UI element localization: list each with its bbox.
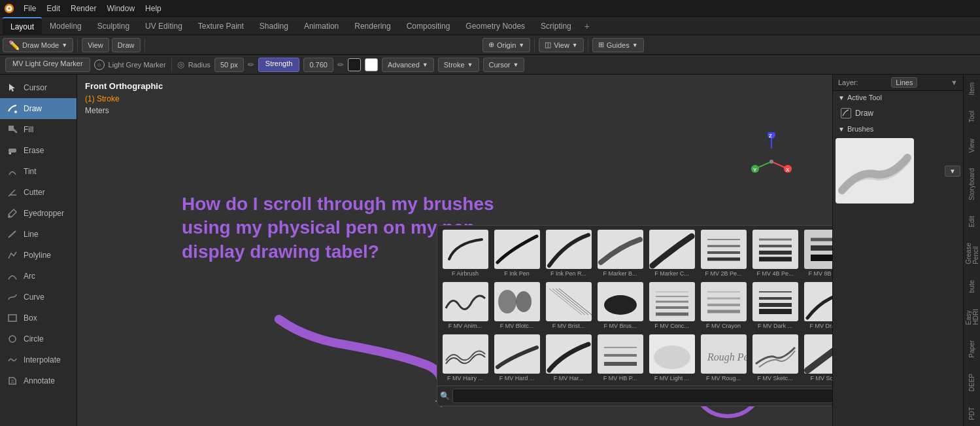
strip-tab-grease-pencil[interactable]: Grease Pencil (962, 238, 981, 270)
brush-search-input[interactable] (452, 389, 832, 403)
tab-uv-editing[interactable]: UV Editing (137, 17, 190, 35)
brush-item-markerc[interactable]: F Marker C... (647, 228, 697, 278)
menu-help[interactable]: Help (140, 3, 167, 14)
brush-item-mv4b[interactable]: F MV 4B Pe... (750, 228, 800, 278)
gizmo-container: Z X Y (749, 132, 794, 186)
strip-tab-view[interactable]: View (966, 133, 978, 158)
brushes-section[interactable]: ▼ Brushes (833, 122, 963, 135)
brush-item-markerb[interactable]: F Marker B... (595, 228, 645, 278)
brush-item-inkpen[interactable]: F Ink Pen (492, 228, 542, 278)
tab-sculpting[interactable]: Sculpting (90, 17, 137, 35)
tool-interpolate[interactable]: Interpolate (0, 349, 76, 370)
brush-thumb-mv4b (752, 230, 798, 269)
tab-compositing[interactable]: Compositing (399, 17, 458, 35)
strip-tab-tool[interactable]: Tool (966, 105, 978, 128)
brush-thumb-mvhbp (598, 334, 643, 374)
tool-circle[interactable]: Circle (0, 328, 76, 349)
brush-item-inkpenr[interactable]: F Ink Pen R... (543, 228, 594, 278)
unit-label: Meters (85, 105, 163, 116)
tool-fill[interactable]: Fill (0, 119, 76, 140)
strip-tab-edit[interactable]: Edit (966, 211, 978, 232)
draw-btn[interactable]: Draw (112, 38, 141, 52)
layer-value[interactable]: Lines (891, 77, 917, 88)
tool-erase[interactable]: Erase (0, 140, 76, 161)
tool-line[interactable]: Line (0, 224, 76, 245)
menu-render[interactable]: Render (65, 3, 101, 14)
strip-tab-paper[interactable]: Paper (966, 335, 978, 363)
tool-polyline[interactable]: Polyline (0, 245, 76, 266)
strip-tab-storyboard[interactable]: Storyboard (966, 163, 978, 205)
origin-icon: ⊕ (488, 41, 494, 49)
tab-geometry-nodes[interactable]: Geometry Nodes (458, 17, 533, 35)
viewport[interactable]: Front Orthographic (1) Stroke Meters How… (77, 75, 832, 426)
strength-button[interactable]: Strength (258, 58, 300, 72)
radius-edit-icon[interactable]: ✏ (248, 60, 254, 69)
brush-item-mvanim[interactable]: F MV Anim... (440, 281, 490, 330)
strip-tab-item[interactable]: Item (966, 77, 978, 100)
brush-item-mvhbp[interactable]: F MV HB P... (595, 333, 645, 383)
view-dropdown[interactable]: ◫ View ▼ (539, 38, 584, 52)
tab-layout[interactable]: Layout (3, 17, 42, 35)
strip-tab-deep[interactable]: DEEP (966, 368, 978, 397)
strength-value[interactable]: 0.760 (303, 58, 333, 72)
brush-item-mvconc[interactable]: F MV Conc... (647, 281, 697, 330)
brush-name-button[interactable]: MV Light Grey Marker (5, 58, 90, 72)
cursor-dropdown[interactable]: Cursor ▼ (483, 58, 525, 72)
tool-tint[interactable]: Tint (0, 161, 76, 182)
tool-cursor[interactable]: Cursor (0, 77, 76, 98)
brush-item-mvdraw[interactable]: F MV Draw... (802, 281, 832, 330)
tab-scripting[interactable]: Scripting (533, 17, 579, 35)
tab-shading[interactable]: Shading (252, 17, 296, 35)
brush-expand-btn[interactable]: ▼ (945, 166, 960, 177)
strength-edit-icon[interactable]: ✏ (337, 60, 344, 69)
tool-curve[interactable]: Curve (0, 287, 76, 308)
stroke-dropdown[interactable]: Stroke ▼ (438, 58, 479, 72)
brush-item-mvsoft[interactable]: F MV Soft ... (802, 333, 832, 383)
active-tool-section[interactable]: ▼ Active Tool (833, 91, 963, 104)
menu-window[interactable]: Window (101, 3, 140, 14)
tool-box[interactable]: Box (0, 308, 76, 328)
brush-item-mvblotc[interactable]: F MV Blotc... (492, 281, 542, 330)
brush-item-mvhard[interactable]: F MV Hard ... (492, 333, 542, 383)
tool-arc[interactable]: Arc (0, 266, 76, 287)
tool-cutter[interactable]: Cutter (0, 182, 76, 203)
color-swatch-2[interactable] (365, 58, 378, 71)
brush-item-mv8b[interactable]: F MV 8B Pe... (802, 228, 832, 278)
brush-item-mvbrus[interactable]: F MV Brus... (595, 281, 645, 330)
brush-item-mvcrayon[interactable]: F MV Crayon (698, 281, 749, 330)
menu-edit[interactable]: Edit (41, 3, 65, 14)
strip-tab-pdt[interactable]: PDT (966, 402, 978, 425)
brush-item-mvhairy[interactable]: F MV Hairy ... (440, 333, 490, 383)
brush-item-mvhar[interactable]: F MV Har... (543, 333, 594, 383)
tool-draw[interactable]: Draw (0, 98, 76, 119)
origin-dropdown[interactable]: ⊕ Origin ▼ (482, 38, 530, 52)
svg-text:Z: Z (769, 133, 772, 139)
strip-tab-bute[interactable]: bute (966, 275, 978, 298)
brush-thumb-mvsketc (752, 334, 798, 374)
brush-item-mvroug[interactable]: Rough Pen F MV Roug... (698, 333, 749, 383)
brush-item-mvsketc[interactable]: F MV Sketc... (750, 333, 800, 383)
brush-item-mvdark[interactable]: F MV Dark ... (750, 281, 800, 330)
tool-annotate[interactable]: Annotate (0, 370, 76, 391)
layer-chevron[interactable]: ▼ (951, 79, 958, 86)
tab-rendering[interactable]: Rendering (346, 17, 398, 35)
color-swatch-1[interactable] (348, 58, 361, 71)
tab-modeling[interactable]: Modeling (42, 17, 90, 35)
menu-file[interactable]: File (18, 3, 41, 14)
mode-dropdown[interactable]: ✏️ Draw Mode ▼ (3, 38, 73, 52)
guides-dropdown[interactable]: ⊞ Guides ▼ (592, 38, 644, 52)
view-btn[interactable]: View (82, 38, 109, 52)
add-workspace-button[interactable]: + (579, 18, 595, 34)
tool-eyedropper[interactable]: Eyedropper (0, 203, 76, 224)
tab-texture-paint[interactable]: Texture Paint (190, 17, 252, 35)
brush-item-mv2b[interactable]: F MV 2B Pe... (698, 228, 749, 278)
brushes-label: Brushes (847, 125, 873, 133)
tab-animation[interactable]: Animation (296, 17, 346, 35)
strip-tab-easy-hdri[interactable]: Easy HDRI (962, 304, 981, 330)
brush-item-mvlight[interactable]: F MV Light ... (647, 333, 697, 383)
advanced-dropdown[interactable]: Advanced ▼ (382, 58, 434, 72)
box-label: Box (24, 313, 37, 323)
brush-item-mvbrist[interactable]: F MV Brist... (543, 281, 594, 330)
radius-value[interactable]: 50 px (214, 58, 244, 72)
brush-item-airbrush[interactable]: F Airbrush (440, 228, 490, 278)
